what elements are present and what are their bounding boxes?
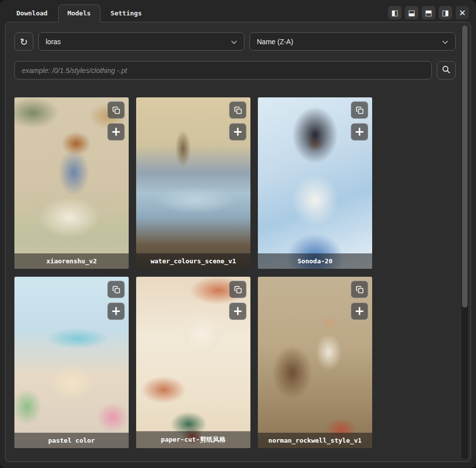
card-actions: +	[229, 101, 246, 141]
add-model-icon[interactable]: +	[229, 303, 246, 320]
model-name-label: pastel color	[14, 433, 129, 448]
card-actions: +	[107, 101, 125, 141]
copy-name-icon[interactable]	[229, 101, 246, 119]
model-card[interactable]: + Sonoda-20	[258, 97, 372, 269]
model-card[interactable]: + norman_rockwell_style_v1	[258, 277, 372, 448]
sort-value: Name (Z-A)	[257, 38, 293, 46]
model-card[interactable]: + paper-cut-剪纸风格	[136, 277, 250, 448]
search-icon	[442, 65, 451, 76]
model-name-label: xiaorenshu_v2	[14, 253, 129, 269]
add-model-icon[interactable]: +	[351, 123, 368, 141]
scrollbar-track[interactable]	[462, 25, 468, 459]
model-card-grid: + xiaorenshu_v2 + water	[14, 97, 462, 448]
copy-name-icon[interactable]	[351, 101, 368, 119]
model-type-select[interactable]: loras	[38, 32, 244, 51]
card-actions: +	[351, 101, 368, 141]
search-button[interactable]	[437, 61, 456, 79]
dock-top-icon[interactable]: ⬒	[422, 6, 435, 19]
add-model-icon[interactable]: +	[351, 303, 368, 320]
model-manager-window: Download Models Settings ◧ ⬓ ⬒ ◨ ✕ ↻ lor…	[0, 0, 476, 468]
model-name-label: water_colours_scene_v1	[136, 253, 250, 269]
card-actions: +	[107, 281, 125, 320]
add-model-icon[interactable]: +	[107, 123, 125, 141]
dock-left-icon[interactable]: ◧	[388, 6, 401, 19]
copy-name-icon[interactable]	[107, 101, 125, 119]
add-model-icon[interactable]: +	[229, 123, 246, 141]
window-controls: ◧ ⬓ ⬒ ◨ ✕	[388, 6, 469, 19]
copy-name-icon[interactable]	[229, 281, 246, 298]
tab-settings[interactable]: Settings	[101, 4, 152, 22]
close-icon[interactable]: ✕	[456, 6, 469, 19]
card-actions: +	[229, 281, 246, 320]
model-card[interactable]: + xiaorenshu_v2	[14, 97, 129, 269]
model-name-label: norman_rockwell_style_v1	[258, 433, 372, 448]
panel-content: ↻ loras Name (Z-A)	[5, 22, 471, 462]
tab-models[interactable]: Models	[58, 4, 100, 22]
tab-bar: Download Models Settings	[7, 4, 151, 22]
model-name-label: paper-cut-剪纸风格	[136, 431, 250, 448]
models-panel: ↻ loras Name (Z-A)	[5, 22, 471, 462]
scrollbar-thumb[interactable]	[462, 25, 468, 308]
copy-name-icon[interactable]	[351, 281, 368, 298]
dock-right-icon[interactable]: ◨	[439, 6, 452, 19]
tab-download[interactable]: Download	[7, 4, 57, 22]
model-card[interactable]: + water_colours_scene_v1	[136, 97, 250, 269]
add-model-icon[interactable]: +	[107, 303, 125, 320]
chevron-down-icon	[442, 37, 448, 46]
model-card[interactable]: + pastel color	[14, 277, 129, 448]
card-actions: +	[351, 281, 368, 320]
chevron-down-icon	[231, 37, 237, 46]
model-type-value: loras	[46, 38, 61, 46]
refresh-button[interactable]: ↻	[14, 32, 33, 51]
dock-bottom-icon[interactable]: ⬓	[405, 6, 418, 19]
sort-select[interactable]: Name (Z-A)	[249, 32, 456, 51]
search-input[interactable]	[14, 61, 432, 79]
copy-name-icon[interactable]	[107, 281, 125, 298]
filter-toolbar: ↻ loras Name (Z-A)	[14, 32, 456, 51]
search-bar	[14, 61, 456, 79]
model-name-label: Sonoda-20	[258, 253, 372, 269]
